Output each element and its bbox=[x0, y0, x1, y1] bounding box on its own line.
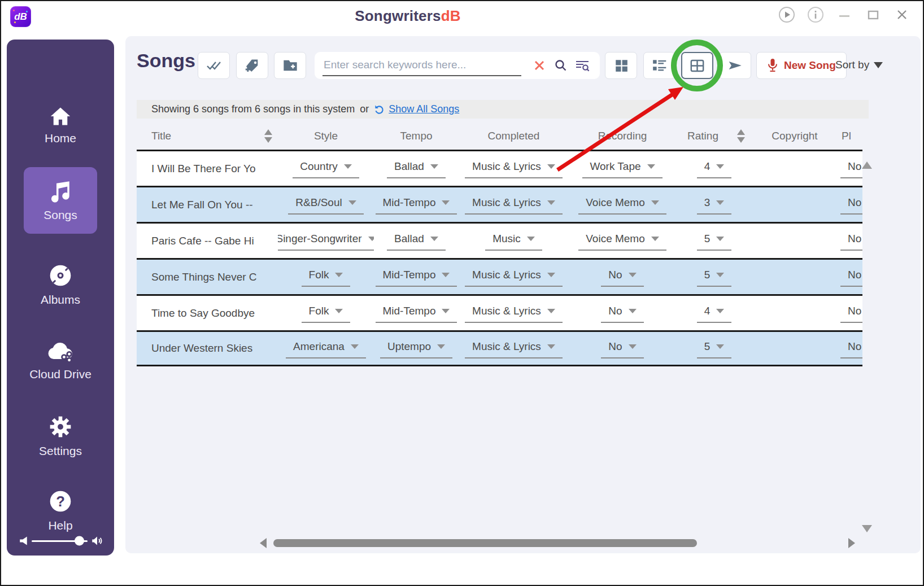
minimize-button[interactable] bbox=[836, 6, 853, 23]
info-icon[interactable] bbox=[807, 6, 824, 23]
sidebar-item-settings[interactable]: Settings bbox=[7, 414, 114, 458]
tempo-dropdown[interactable]: Mid-Tempo bbox=[376, 267, 457, 287]
table-row[interactable]: Time to Say Goodbye Folk Mid-Tempo Music… bbox=[137, 294, 862, 330]
completed-dropdown[interactable]: Music & Lyrics bbox=[465, 303, 563, 323]
pl-dropdown[interactable]: No bbox=[840, 267, 862, 287]
table-view-button[interactable] bbox=[681, 52, 713, 79]
pl-dropdown[interactable]: No bbox=[840, 159, 862, 178]
completed-dropdown[interactable]: Music & Lyrics bbox=[465, 159, 563, 178]
column-header-tempo[interactable]: Tempo bbox=[374, 130, 459, 142]
style-dropdown[interactable]: Country bbox=[293, 159, 359, 178]
rating-dropdown[interactable]: 4 bbox=[697, 303, 732, 323]
add-tag-button[interactable] bbox=[236, 52, 268, 79]
recording-dropdown[interactable]: Voice Memo bbox=[578, 195, 666, 215]
advanced-search-icon[interactable] bbox=[572, 55, 593, 76]
sidebar-item-home[interactable]: Home bbox=[7, 106, 114, 145]
table-row[interactable]: Let Me Fall On You -- R&B/Soul Mid-Tempo… bbox=[137, 186, 862, 222]
column-header-recording[interactable]: Recording bbox=[569, 130, 676, 142]
horizontal-scrollbar[interactable] bbox=[260, 537, 855, 548]
tempo-dropdown[interactable]: Mid-Tempo bbox=[376, 195, 457, 215]
table-row[interactable]: Paris Cafe -- Gabe Hi Singer-Songwriter … bbox=[137, 222, 862, 258]
style-dropdown[interactable]: R&B/Soul bbox=[288, 195, 363, 215]
cloud-share-icon bbox=[46, 340, 75, 362]
sidebar-item-songs[interactable]: Songs bbox=[24, 167, 97, 234]
tempo-dropdown[interactable]: Uptempo bbox=[380, 339, 452, 358]
recording-dropdown[interactable]: Voice Memo bbox=[578, 231, 666, 251]
table-row[interactable]: Some Things Never C Folk Mid-Tempo Music… bbox=[137, 258, 862, 294]
completed-dropdown[interactable]: Music & Lyrics bbox=[465, 195, 563, 215]
scroll-up-arrow[interactable] bbox=[862, 161, 872, 169]
table-row[interactable]: Under Western Skies Americana Uptempo Mu… bbox=[137, 330, 862, 366]
speaker-mute-icon[interactable] bbox=[19, 536, 28, 546]
style-dropdown[interactable]: Singer-Songwriter bbox=[278, 231, 374, 251]
sidebar-item-albums[interactable]: Albums bbox=[7, 263, 114, 307]
style-dropdown[interactable]: Americana bbox=[286, 339, 366, 358]
tempo-dropdown[interactable]: Ballad bbox=[387, 231, 446, 251]
play-icon[interactable] bbox=[778, 6, 795, 23]
style-dropdown[interactable]: Folk bbox=[302, 267, 351, 287]
grid-view-button[interactable] bbox=[605, 52, 637, 79]
style-dropdown[interactable]: Folk bbox=[302, 303, 351, 323]
song-title-cell[interactable]: Let Me Fall On You -- bbox=[137, 199, 278, 211]
app-title: SongwritersdB bbox=[0, 7, 869, 25]
rating-sort-control[interactable] bbox=[730, 129, 752, 143]
song-title-cell[interactable]: Under Western Skies bbox=[137, 342, 278, 355]
sidebar-item-cloud-drive[interactable]: Cloud Drive bbox=[7, 340, 114, 381]
close-button[interactable] bbox=[894, 6, 910, 23]
recording-dropdown[interactable]: No bbox=[601, 303, 643, 323]
new-song-button[interactable]: New Song bbox=[756, 52, 847, 79]
refresh-icon bbox=[374, 104, 385, 115]
volume-knob[interactable] bbox=[75, 536, 84, 546]
pl-dropdown[interactable]: No bbox=[840, 303, 862, 323]
column-header-rating[interactable]: Rating bbox=[676, 130, 730, 142]
rating-dropdown[interactable]: 5 bbox=[697, 231, 732, 251]
clear-search-icon[interactable] bbox=[529, 55, 550, 76]
recording-dropdown[interactable]: No bbox=[601, 339, 643, 358]
list-view-button[interactable] bbox=[643, 52, 675, 79]
pl-dropdown[interactable]: No bbox=[840, 195, 862, 215]
rating-dropdown[interactable]: 3 bbox=[697, 195, 732, 215]
song-title-cell[interactable]: Some Things Never C bbox=[137, 271, 278, 283]
column-header-pl[interactable]: Pl bbox=[837, 130, 862, 142]
sidebar-item-help[interactable]: ? Help bbox=[7, 489, 114, 532]
tempo-dropdown[interactable]: Mid-Tempo bbox=[376, 303, 457, 323]
tempo-dropdown[interactable]: Ballad bbox=[387, 159, 446, 178]
recording-dropdown[interactable]: Work Tape bbox=[582, 159, 662, 178]
speaker-loud-icon[interactable] bbox=[91, 535, 103, 546]
column-header-copyright[interactable]: Copyright bbox=[752, 130, 837, 142]
pl-dropdown[interactable]: No bbox=[840, 339, 862, 358]
recording-dropdown[interactable]: No bbox=[601, 267, 643, 287]
scroll-left-arrow[interactable] bbox=[260, 538, 267, 548]
sort-by-dropdown[interactable]: Sort by bbox=[835, 59, 883, 71]
select-all-button[interactable] bbox=[198, 52, 230, 79]
maximize-button[interactable] bbox=[865, 6, 882, 23]
pl-dropdown[interactable]: No bbox=[840, 231, 862, 251]
volume-track[interactable] bbox=[32, 540, 88, 542]
show-all-songs-link[interactable]: Show All Songs bbox=[374, 103, 459, 115]
song-title-cell[interactable]: Time to Say Goodbye bbox=[137, 307, 278, 320]
song-title-cell[interactable]: Paris Cafe -- Gabe Hi bbox=[137, 235, 278, 247]
volume-slider[interactable] bbox=[19, 535, 103, 546]
column-header-title[interactable]: Title bbox=[137, 130, 258, 142]
sidebar-item-label: Cloud Drive bbox=[29, 368, 91, 381]
column-header-style[interactable]: Style bbox=[278, 130, 374, 142]
rating-dropdown[interactable]: 5 bbox=[697, 339, 732, 358]
search-input[interactable] bbox=[322, 55, 521, 76]
chevron-down-icon bbox=[547, 200, 555, 205]
songs-table: Title Style Tempo Completed Recording Ra… bbox=[137, 123, 862, 366]
completed-dropdown[interactable]: Music & Lyrics bbox=[465, 267, 563, 287]
title-sort-control[interactable] bbox=[258, 129, 278, 143]
rating-dropdown[interactable]: 5 bbox=[697, 267, 732, 287]
song-title-cell[interactable]: I Will Be There For Yo bbox=[137, 163, 278, 175]
scroll-down-arrow[interactable] bbox=[862, 525, 872, 532]
horizontal-scrollbar-thumb[interactable] bbox=[273, 539, 697, 547]
rating-dropdown[interactable]: 4 bbox=[697, 159, 732, 178]
column-header-completed[interactable]: Completed bbox=[459, 130, 569, 142]
scroll-right-arrow[interactable] bbox=[848, 538, 855, 548]
table-row[interactable]: I Will Be There For Yo Country Ballad Mu… bbox=[137, 150, 862, 186]
completed-dropdown[interactable]: Music bbox=[485, 231, 542, 251]
add-folder-button[interactable] bbox=[274, 52, 306, 79]
send-button[interactable] bbox=[719, 52, 751, 79]
search-icon[interactable] bbox=[550, 55, 572, 76]
completed-dropdown[interactable]: Music & Lyrics bbox=[465, 339, 563, 358]
